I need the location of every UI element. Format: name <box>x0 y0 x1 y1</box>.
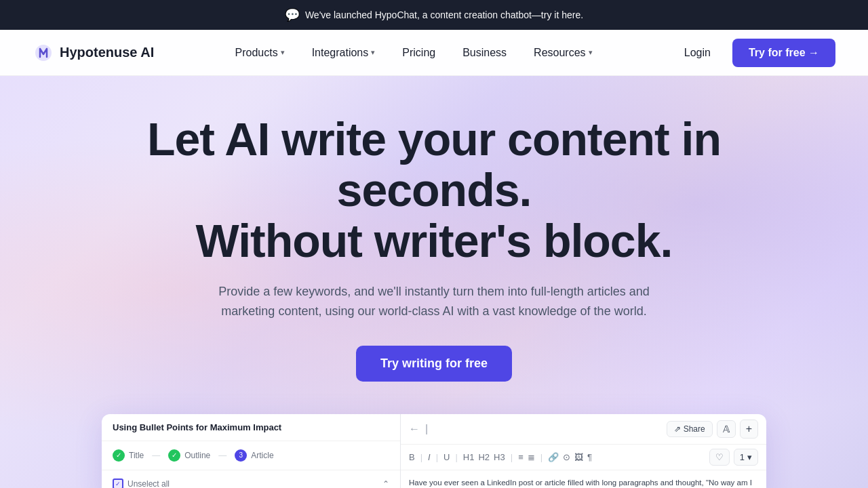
announcement-bar: 💬 We've launched HypoChat, a content cre… <box>0 0 868 30</box>
hero-subtitle: Provide a few keywords, and we'll instan… <box>197 282 671 321</box>
unselect-arrow: ⌃ <box>382 479 389 488</box>
count-chevron: ▾ <box>747 452 752 462</box>
format-italic[interactable]: I <box>428 452 431 462</box>
step-outline: ✓ Outline <box>168 449 210 462</box>
format-list-ordered[interactable]: ≣ <box>528 452 535 462</box>
translate-icon: 𝔸 <box>723 424 730 434</box>
nav-pricing[interactable]: Pricing <box>391 41 446 64</box>
nav-actions: Login Try for free → <box>673 39 835 67</box>
nav-links: Products ▾ Integrations ▾ Pricing Busine… <box>224 41 604 64</box>
hero-title: Let AI write your content in seconds. Wi… <box>142 114 726 266</box>
preview-unselect: ✓ Unselect all ⌃ <box>102 470 400 488</box>
nav-integrations[interactable]: Integrations ▾ <box>301 41 387 64</box>
preview-steps: ✓ Title — ✓ Outline — 3 Article <box>102 441 400 470</box>
back-icon: ← <box>409 423 420 435</box>
preview-body-text: Have you ever seen a LinkedIn post or ar… <box>401 470 766 488</box>
announcement-link[interactable]: We've launched HypoChat, a content creat… <box>305 9 583 20</box>
step-arrow-1: — <box>152 451 160 460</box>
logo-text: Hypotenuse AI <box>60 45 154 60</box>
share-icon: ⇗ <box>674 424 681 434</box>
chevron-down-icon: ▾ <box>281 48 285 57</box>
nav-products[interactable]: Products ▾ <box>224 41 296 64</box>
try-writing-button[interactable]: Try writing for free <box>356 346 512 382</box>
step-article: 3 Article <box>235 449 273 462</box>
format-quote[interactable]: ⊙ <box>563 452 570 462</box>
cursor-icon: | <box>425 423 428 435</box>
unselect-left: ✓ Unselect all <box>113 479 170 488</box>
format-para[interactable]: ¶ <box>587 452 592 462</box>
share-button[interactable]: ⇗ Share <box>667 421 713 437</box>
nav-resources[interactable]: Resources ▾ <box>523 41 603 64</box>
format-h1[interactable]: H1 <box>463 452 475 462</box>
format-bold[interactable]: B <box>409 452 415 462</box>
step-arrow-2: — <box>218 451 226 460</box>
toolbar-back: ← | <box>409 423 428 435</box>
toolbar-right-actions: ⇗ Share 𝔸 + <box>667 420 758 439</box>
checkbox-icon: ✓ <box>113 479 123 488</box>
format-underline[interactable]: U <box>443 452 450 462</box>
logo[interactable]: Hypotenuse AI <box>33 42 154 64</box>
login-button[interactable]: Login <box>673 41 722 64</box>
step-title: ✓ Title <box>113 449 144 462</box>
format-options: B | I | U | H1 H2 H3 | ≡ ≣ | 🔗 ⊙ 🖼 ¶ <box>409 452 592 462</box>
add-button[interactable]: + <box>740 420 758 439</box>
preview-right-panel: ← | ⇗ Share 𝔸 + B | <box>401 414 766 488</box>
count-button[interactable]: 1 ▾ <box>734 449 758 466</box>
chevron-down-icon: ▾ <box>589 48 593 57</box>
chevron-down-icon: ▾ <box>371 48 375 57</box>
preview-right-toolbar: ← | ⇗ Share 𝔸 + <box>401 414 766 445</box>
logo-icon <box>33 42 54 64</box>
translate-button[interactable]: 𝔸 <box>717 420 736 438</box>
hero-content: Let AI write your content in seconds. Wi… <box>142 114 726 382</box>
try-free-button[interactable]: Try for free → <box>732 39 835 67</box>
ui-preview: Using Bullet Points for Maximum Impact ✓… <box>102 414 766 488</box>
preview-article-title: Using Bullet Points for Maximum Impact <box>102 414 400 441</box>
heart-button[interactable]: ♡ <box>709 449 730 466</box>
format-image[interactable]: 🖼 <box>574 452 583 462</box>
unselect-label[interactable]: Unselect all <box>127 479 170 488</box>
step-outline-icon: ✓ <box>168 449 180 462</box>
format-h3[interactable]: H3 <box>494 452 505 462</box>
format-link[interactable]: 🔗 <box>548 452 559 462</box>
format-h2[interactable]: H2 <box>478 452 490 462</box>
format-list-unordered[interactable]: ≡ <box>518 452 524 462</box>
format-right: ♡ 1 ▾ <box>709 449 758 466</box>
step-article-icon: 3 <box>235 449 247 462</box>
step-title-icon: ✓ <box>113 449 125 462</box>
preview-left-panel: Using Bullet Points for Maximum Impact ✓… <box>102 414 401 488</box>
nav-business[interactable]: Business <box>452 41 517 64</box>
hero-section: Let AI write your content in seconds. Wi… <box>0 76 868 488</box>
chat-icon: 💬 <box>285 7 300 22</box>
navbar: Hypotenuse AI Products ▾ Integrations ▾ … <box>0 30 868 76</box>
format-toolbar: B | I | U | H1 H2 H3 | ≡ ≣ | 🔗 ⊙ 🖼 ¶ <box>401 445 766 470</box>
